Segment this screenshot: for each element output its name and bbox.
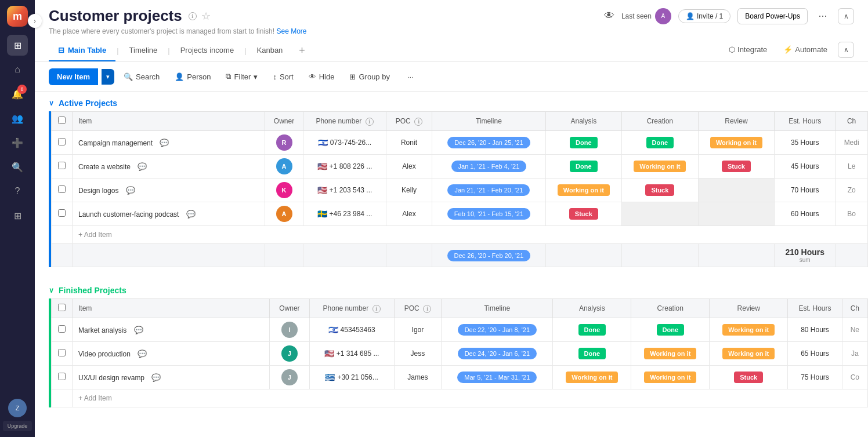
chat-icon[interactable]: 💬 [136, 347, 149, 360]
more-options-button[interactable]: ··· [815, 8, 831, 24]
new-item-dropdown[interactable]: ▾ [102, 69, 114, 85]
status-badge: Stuck [722, 161, 751, 172]
sidebar-item-search[interactable]: 🔍 [7, 156, 28, 177]
board-power-ups-button[interactable]: Board Power-Ups [737, 8, 808, 24]
tab-timeline[interactable]: Timeline [120, 40, 167, 61]
sum-ch [836, 244, 868, 267]
finished-select-all-header[interactable] [52, 299, 73, 318]
hide-button[interactable]: 👁 Hide [303, 68, 341, 85]
chat-icon[interactable]: 💬 [158, 136, 171, 149]
new-item-button[interactable]: New Item [49, 68, 98, 85]
see-more-link[interactable]: See More [276, 27, 306, 35]
row-checkbox-cell[interactable] [52, 342, 73, 366]
tab-collapse-button[interactable]: ∧ [838, 42, 854, 58]
est-hours-cell: 65 Hours [788, 342, 842, 366]
sidebar-toggle[interactable]: › [28, 14, 42, 28]
chat-icon[interactable]: 💬 [124, 184, 137, 196]
poc-cell: Alex [386, 202, 432, 226]
row-checkbox-cell[interactable] [52, 318, 73, 342]
owner-avatar: K [276, 182, 292, 198]
phone-info-icon[interactable]: ℹ [366, 118, 374, 126]
sort-button[interactable]: ↕ Sort [267, 68, 299, 85]
finished-review-column-header: Review [710, 299, 788, 318]
add-tab-button[interactable]: + [292, 40, 312, 61]
group-by-button[interactable]: ⊞ Group by [343, 68, 395, 85]
user-avatar[interactable]: Z [8, 399, 27, 417]
status-cell: Working on it [553, 366, 631, 389]
add-item-row[interactable]: + Add Item [52, 389, 868, 407]
person-filter-button[interactable]: 👤 Person [169, 68, 216, 85]
item-name-cell: Market analysis 💬 [73, 318, 270, 342]
tab-main-table[interactable]: ⊟ Main Table [49, 40, 115, 61]
timeline-badge: Dec 26, '20 - Jan 25, '21 [447, 137, 530, 148]
select-all-header[interactable] [52, 112, 73, 131]
watch-icon[interactable]: 👁 [604, 10, 614, 22]
timeline-badge: Jan 21, '21 - Feb 20, '21 [447, 184, 530, 196]
row-checkbox-cell[interactable] [52, 131, 73, 155]
status-badge: Done [646, 137, 674, 148]
item-name: Campaign management [78, 139, 153, 147]
row-checkbox-cell[interactable] [52, 179, 73, 202]
invite-button[interactable]: 👤 Invite / 1 [678, 9, 730, 23]
finished-projects-group: ∨ Finished Projects Item Owner Phone num… [35, 279, 868, 407]
filter-icon: ⧉ [226, 72, 231, 81]
owner-avatar: J [281, 369, 298, 385]
collapse-button[interactable]: ∧ [838, 8, 854, 24]
active-group-chevron[interactable]: ∨ [49, 99, 54, 107]
tab-kanban[interactable]: Kanban [248, 40, 292, 61]
sidebar-item-people[interactable]: 👥 [7, 108, 28, 129]
phone-flag: 🇺🇸 [317, 162, 327, 171]
chat-icon[interactable]: 💬 [136, 160, 149, 173]
integrate-button[interactable]: ⬡ Integrate [723, 42, 773, 57]
add-item-label[interactable]: + Add Item [73, 389, 868, 407]
search-button[interactable]: 🔍 Search [118, 68, 165, 85]
finished-poc-info-icon[interactable]: ℹ [423, 305, 431, 313]
sidebar-item-add-user[interactable]: ➕ [7, 132, 28, 153]
add-item-label[interactable]: + Add Item [73, 226, 868, 244]
poc-cell: Jess [394, 342, 442, 366]
sidebar-item-help[interactable]: ? [7, 181, 28, 202]
poc-info-icon[interactable]: ℹ [414, 118, 422, 126]
phone-number: +1 314 685 ... [337, 349, 379, 358]
status-badge: Working on it [566, 372, 618, 383]
finished-poc-column-header: POC ℹ [394, 299, 442, 318]
sidebar-item-home[interactable]: ⌂ [7, 59, 28, 80]
chat-icon[interactable]: 💬 [150, 371, 162, 384]
status-badge: Done [657, 324, 685, 336]
status-cell: Working on it [631, 366, 710, 389]
owner-avatar: J [281, 345, 298, 362]
est-hours-cell: 80 Hours [788, 318, 842, 342]
status-cell: Done [553, 342, 631, 366]
finished-group-chevron[interactable]: ∨ [49, 286, 54, 294]
add-item-row[interactable]: + Add Item [52, 226, 868, 244]
ch-cell: Le [836, 155, 868, 179]
sum-hours: 210 Hours sum [775, 244, 836, 267]
phone-cell: 🇮🇱 073-745-26... [303, 131, 386, 155]
phone-flag: 🇮🇱 [328, 325, 338, 334]
finished-phone-info-icon[interactable]: ℹ [372, 305, 381, 313]
status-cell: Working on it [710, 318, 788, 342]
search-icon: 🔍 [124, 72, 133, 81]
upgrade-button[interactable]: Upgrade [3, 421, 32, 431]
favorite-icon[interactable]: ☆ [201, 10, 211, 23]
chat-icon[interactable]: 💬 [185, 207, 197, 220]
table-row: UX/UI design revamp 💬 J 🇬🇷 +30 21 056...… [52, 366, 868, 389]
tab-projects-income[interactable]: Projects income [171, 40, 243, 61]
sidebar-item-apps[interactable]: ⊞ [7, 35, 28, 56]
sidebar-item-grid[interactable]: ⊞ [7, 205, 28, 226]
item-name: UX/UI design revamp [78, 374, 144, 382]
toolbar-more-button[interactable]: ··· [402, 68, 419, 85]
sidebar-item-inbox[interactable]: 🔔 8 [7, 83, 28, 104]
status-cell: Stuck [710, 366, 788, 389]
title-info-icon[interactable]: ℹ [189, 12, 197, 20]
row-checkbox-cell[interactable] [52, 366, 73, 389]
est-hours-cell: 35 Hours [775, 131, 836, 155]
row-checkbox-cell[interactable] [52, 155, 73, 179]
finished-projects-table: Item Owner Phone number ℹ POC ℹ Timeline… [51, 298, 868, 407]
filter-button[interactable]: ⧉ Filter ▾ [220, 68, 263, 85]
chat-icon[interactable]: 💬 [132, 323, 145, 336]
automate-button[interactable]: ⚡ Automate [777, 42, 833, 57]
invite-icon: 👤 [686, 12, 695, 20]
row-checkbox-cell[interactable] [52, 202, 73, 226]
sum-phone [303, 244, 386, 267]
